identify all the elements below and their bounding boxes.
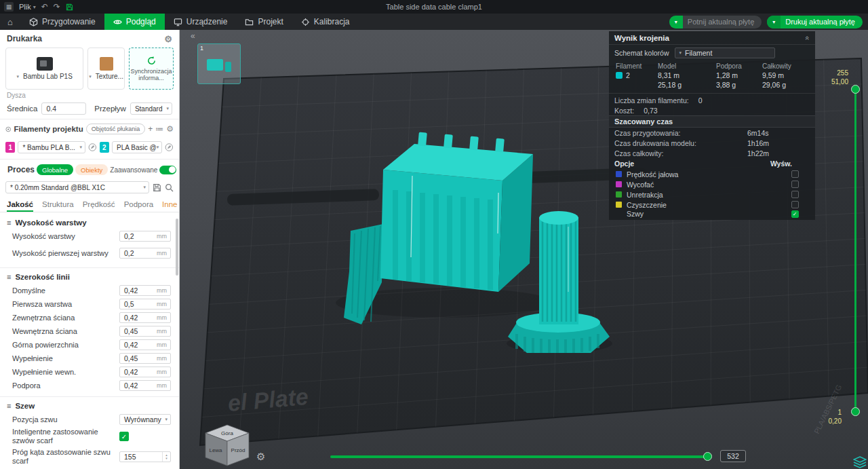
layer-slider-top-labels: 255 51,00 <box>809 69 848 86</box>
flow-select[interactable]: Standard▾ <box>130 102 172 115</box>
advanced-toggle[interactable] <box>159 166 176 174</box>
scarf-seam-checkbox[interactable] <box>119 432 129 441</box>
layer-slider-top-handle[interactable] <box>851 85 860 94</box>
tab-label: Podgląd <box>126 17 156 26</box>
viewport-3d[interactable]: el Plate PLA/ABS/PETG <box>180 30 868 469</box>
line-width-internal-infill-input[interactable]: 0,42mm <box>119 367 171 377</box>
preset-select[interactable]: * 0.20mm Standard @BBL X1C▾ <box>5 181 149 193</box>
display-header: Wyśw. <box>770 160 810 168</box>
filament-list-icon[interactable]: ≔ <box>155 125 163 133</box>
options-header: Opcje <box>614 160 634 168</box>
app-logo-icon: ▦ <box>4 2 14 12</box>
tab-podpora[interactable]: Podpora <box>124 196 153 212</box>
save-preset-icon[interactable] <box>153 183 161 192</box>
redo-icon[interactable]: ↷ <box>54 3 60 11</box>
filament-edit-icon[interactable] <box>165 143 174 152</box>
collapse-sidebar-icon[interactable]: « <box>191 31 195 41</box>
diameter-input[interactable]: 0.4 <box>41 102 86 115</box>
section-title: Szerokość linii <box>15 273 70 281</box>
line-width-default-input[interactable]: 0,42mm <box>119 285 171 296</box>
plate-thumbnail[interactable]: 1 <box>197 43 241 84</box>
option-checkbox[interactable] <box>791 210 799 218</box>
color-scheme-select[interactable]: ▾Filament <box>675 48 775 58</box>
filament-edit-icon[interactable] <box>88 143 97 152</box>
option-checkbox[interactable] <box>791 201 799 208</box>
tab-podglad[interactable]: Podgląd <box>104 14 165 30</box>
first-layer-height-input[interactable]: 0,2mm <box>119 248 171 259</box>
scope-objects-pill[interactable]: Obiekty <box>75 164 108 175</box>
undo-icon[interactable]: ↶ <box>41 3 48 11</box>
project-icon <box>245 18 254 26</box>
orientation-cube[interactable]: Góra Lewa Przód <box>199 418 256 469</box>
option-color-chip <box>616 181 622 187</box>
filament-usage-row: 2 8,31 m25,18 g 1,28 m3,88 g 9,59 m29,06… <box>609 71 815 92</box>
filament-1-select[interactable]: * Bambu PLA B...▾ <box>18 141 85 153</box>
tab-struktura[interactable]: Struktura <box>42 196 74 212</box>
line-width-top-surface-input[interactable]: 0,42mm <box>119 339 171 350</box>
tab-jakosc[interactable]: Jakość <box>7 196 33 212</box>
line-width-infill-input[interactable]: 0,45mm <box>119 353 171 364</box>
flush-volume-button[interactable]: Objętość płukania <box>86 124 146 134</box>
nozzle-label: Dysza <box>0 90 179 100</box>
line-width-support-input[interactable]: 0,42mm <box>119 380 171 391</box>
move-slider-track[interactable] <box>330 455 711 458</box>
save-project-icon[interactable] <box>66 3 73 11</box>
slice-plate-button[interactable]: ▾ Potnij aktualną płytę <box>669 16 762 29</box>
filament-2-select[interactable]: PLA Basic @...▾ <box>112 141 162 153</box>
line-width-outer-wall-input[interactable]: 0,42mm <box>119 312 171 323</box>
section-icon: ≡ <box>7 273 11 281</box>
estimated-time-header: Szacowany czas <box>609 115 815 128</box>
sync-label: Synchronizacja informa... <box>129 68 173 82</box>
add-filament-icon[interactable]: + <box>148 125 153 133</box>
filament-settings-gear-icon[interactable]: ⚙ <box>166 125 174 133</box>
search-icon[interactable] <box>165 183 174 192</box>
color-scheme-label: Schemat kolorów <box>614 49 669 57</box>
tab-inne[interactable]: Inne <box>162 196 177 212</box>
time-value: 1h22m <box>747 149 769 157</box>
printer-card[interactable]: ▾Bambu Lab P1S <box>5 48 83 90</box>
layer-height-input[interactable]: 0,2mm <box>119 231 171 242</box>
move-slider-handle[interactable] <box>703 452 712 461</box>
tab-kalibracja[interactable]: Kalibracja <box>292 14 359 30</box>
seam-position-select[interactable]: Wyrównany▾ <box>119 414 171 425</box>
layer-slider-track[interactable] <box>854 88 856 413</box>
viewport-settings-gear-icon[interactable]: ⚙ <box>256 451 265 463</box>
section-title: Wysokość warstwy <box>15 219 86 227</box>
tab-urzadzenie[interactable]: Urządzenie <box>165 14 237 30</box>
col-header: Filament <box>616 62 658 70</box>
layer-slider-bottom-handle[interactable] <box>851 407 860 416</box>
section-icon: ≡ <box>7 402 11 410</box>
layer-slider-bottom-labels: 1 0,20 <box>802 409 842 426</box>
sync-printer-button[interactable]: Synchronizacja informa... <box>129 48 174 90</box>
tab-projekt[interactable]: Projekt <box>236 14 292 30</box>
prepare-icon <box>29 18 38 26</box>
option-color-chip <box>616 202 622 208</box>
window-title: Table side data cable clamp1 <box>0 3 868 11</box>
param-list-icon[interactable]: ☰ <box>178 166 179 174</box>
line-width-inner-wall-input[interactable]: 0,45mm <box>119 326 171 337</box>
option-checkbox[interactable] <box>791 191 799 198</box>
line-width-first-layer-input[interactable]: 0,5mm <box>119 299 171 309</box>
tab-predkosc[interactable]: Prędkość <box>83 196 115 212</box>
device-icon <box>174 18 182 26</box>
scarf-angle-threshold-input[interactable]: 155▴▾ <box>119 451 171 462</box>
collapse-panel-icon[interactable]: « <box>804 35 812 39</box>
option-color-chip <box>616 171 622 177</box>
layers-icon[interactable] <box>853 456 867 468</box>
tab-przygotowanie[interactable]: Przygotowanie <box>20 14 104 30</box>
home-icon[interactable]: ⌂ <box>0 14 20 30</box>
option-checkbox[interactable] <box>791 170 799 178</box>
file-menu[interactable]: Plik ▾ <box>19 3 36 11</box>
plate-type-card[interactable]: ▾Texture... <box>87 48 125 90</box>
printer-name: Bambu Lab P1S <box>23 73 73 80</box>
param-row: Inteligentne zastosowanie szwów scarf <box>0 426 179 447</box>
chevron-down-icon: ▾ <box>675 19 677 25</box>
stepper-arrows[interactable]: ▴▾ <box>162 452 170 462</box>
plate-type-label: Texture... <box>96 73 123 80</box>
option-checkbox[interactable] <box>791 181 799 188</box>
chevron-down-icon: ▾ <box>166 106 172 111</box>
print-plate-button[interactable]: ▾ Drukuj aktualną płytę <box>767 16 863 29</box>
printer-settings-gear-icon[interactable]: ⚙ <box>164 35 172 43</box>
sidebar-scrollbar[interactable] <box>176 219 178 276</box>
scope-global-pill[interactable]: Globalne <box>37 164 73 175</box>
